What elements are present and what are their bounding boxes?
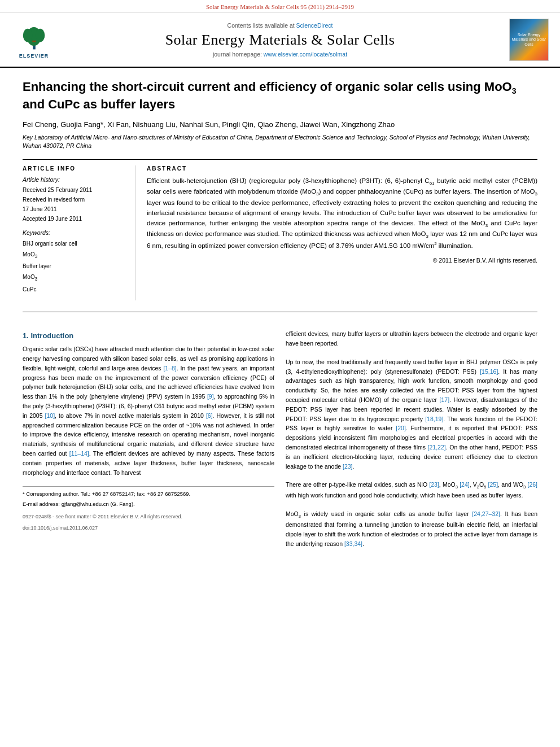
left-content-column: 1. Introduction Organic solar cells (OSC…	[23, 329, 274, 549]
article-title: Enhancing the short-circuit current and …	[23, 79, 537, 112]
keyword-3: Buffer layer	[23, 261, 127, 272]
svg-point-2	[23, 29, 32, 42]
article-info-column: ARTICLE INFO Article history: Received 2…	[23, 165, 135, 301]
affiliation-text: Key Laboratory of Artificial Micro- and …	[23, 134, 530, 149]
keyword-2: MoO3	[23, 249, 127, 261]
homepage-label: journal homepage:	[213, 51, 262, 58]
revised-date: 17 June 2011	[23, 204, 127, 214]
journal-center-header: Contents lists available at ScienceDirec…	[56, 22, 504, 58]
received-date: Received 25 February 2011	[23, 185, 127, 195]
keywords-label: Keywords:	[23, 229, 127, 236]
right-content-column: efficient devices, many buffer layers or…	[286, 329, 537, 549]
journal-cover-image: Solar Energy Materials and Solar Cells	[509, 19, 549, 61]
intro-section-title: 1. Introduction	[23, 331, 274, 340]
article-info-heading: ARTICLE INFO	[23, 165, 127, 172]
main-content-area: 1. Introduction Organic solar cells (OSC…	[0, 329, 560, 549]
journal-homepage-line: journal homepage: www.elsevier.com/locat…	[56, 51, 504, 58]
svg-point-3	[35, 29, 45, 42]
contents-text: Contents lists available at	[228, 22, 295, 29]
intro-paragraph-1: Organic solar cells (OSCs) have attracte…	[23, 344, 274, 477]
footnote-corresponding: * Corresponding author. Tel.: +86 27 687…	[23, 490, 274, 498]
ref-15-16[interactable]: [15,16]	[480, 368, 498, 375]
journal-thumbnail: Solar Energy Materials and Solar Cells	[504, 19, 549, 61]
elsevier-label: ELSEVIER	[19, 53, 49, 59]
ref-21-22[interactable]: [21,22]	[428, 444, 446, 451]
keyword-4: MoO3	[23, 272, 127, 284]
journal-header: ELSEVIER Contents lists available at Sci…	[0, 13, 560, 68]
journal-citation-text: Solar Energy Materials & Solar Cells 95 …	[206, 3, 354, 10]
svg-rect-4	[32, 41, 36, 42]
article-body: Enhancing the short-circuit current and …	[0, 68, 560, 329]
ref-26[interactable]: [26]	[527, 481, 537, 488]
ref-24-27-32[interactable]: [24,27–32]	[472, 510, 500, 517]
authors-text: Fei Cheng, Guojia Fang*, Xi Fan, Nishuan…	[23, 120, 395, 129]
footnotes-section: * Corresponding author. Tel.: +86 27 687…	[23, 486, 274, 531]
abstract-heading: ABSTRACT	[147, 165, 537, 172]
abstract-column: ABSTRACT Efficient bulk-heterojunction (…	[147, 165, 537, 301]
footnote-email: E-mail address: gjfang@whu.edu.cn (G. Fa…	[23, 500, 274, 508]
accepted-date: Accepted 19 June 2011	[23, 214, 127, 224]
contents-available-line: Contents lists available at ScienceDirec…	[56, 22, 504, 29]
sciencedirect-link[interactable]: ScienceDirect	[296, 22, 333, 29]
ref-18-19[interactable]: [18,19]	[425, 416, 443, 422]
ref-33-34[interactable]: [33,34]	[344, 540, 362, 547]
abstract-text: Efficient bulk-heterojunction (BHJ) (reg…	[147, 176, 537, 251]
article-info-abstract-section: ARTICLE INFO Article history: Received 2…	[23, 159, 537, 301]
doi-line: doi:10.1016/j.solmat.2011.06.027	[23, 525, 274, 531]
ref-20[interactable]: [20]	[396, 425, 406, 431]
issn-line: 0927-0248/$ - see front matter © 2011 El…	[23, 514, 274, 519]
elsevier-tree-icon	[19, 21, 50, 52]
ref-25[interactable]: [25]	[488, 481, 498, 488]
right-para-3: There are other p-type-like metal oxides…	[286, 480, 537, 500]
copyright-line: © 2011 Elsevier B.V. All rights reserved…	[147, 257, 537, 264]
keyword-5: CuPc	[23, 284, 127, 295]
right-para-1: efficient devices, many buffer layers or…	[286, 329, 537, 348]
article-history-block: Article history: Received 25 February 20…	[23, 176, 127, 224]
journal-title: Solar Energy Materials & Solar Cells	[56, 31, 504, 49]
history-label: Article history:	[23, 176, 127, 183]
homepage-url[interactable]: www.elsevier.com/locate/solmat	[264, 51, 347, 58]
ref-10[interactable]: [10]	[45, 412, 55, 419]
article-affiliation: Key Laboratory of Artificial Micro- and …	[23, 133, 537, 150]
elsevier-logo: ELSEVIER	[11, 21, 56, 59]
ref-24[interactable]: [24]	[460, 481, 470, 488]
right-para-2: Up to now, the most traditionally and fr…	[286, 357, 537, 471]
keywords-block: Keywords: BHJ organic solar cell MoO3 Bu…	[23, 229, 127, 295]
journal-citation-bar: Solar Energy Materials & Solar Cells 95 …	[0, 0, 560, 13]
keywords-list: BHJ organic solar cell MoO3 Buffer layer…	[23, 238, 127, 295]
article-authors: Fei Cheng, Guojia Fang*, Xi Fan, Nishuan…	[23, 120, 537, 129]
ref-17[interactable]: [17]	[440, 396, 450, 403]
right-para-4: MoO3 is widely used in organic solar cel…	[286, 509, 537, 548]
keyword-1: BHJ organic solar cell	[23, 238, 127, 249]
ref-1-8[interactable]: [1–8]	[163, 365, 176, 372]
ref-9[interactable]: [9]	[207, 393, 214, 400]
ref-11-14[interactable]: [11–14]	[69, 450, 89, 457]
revised-form-label: Received in revised form	[23, 195, 127, 204]
ref-6[interactable]: [6]	[206, 412, 213, 419]
section-divider	[23, 312, 537, 312]
ref-23[interactable]: [23]	[343, 463, 353, 470]
ref-23b[interactable]: [23]	[429, 481, 439, 488]
